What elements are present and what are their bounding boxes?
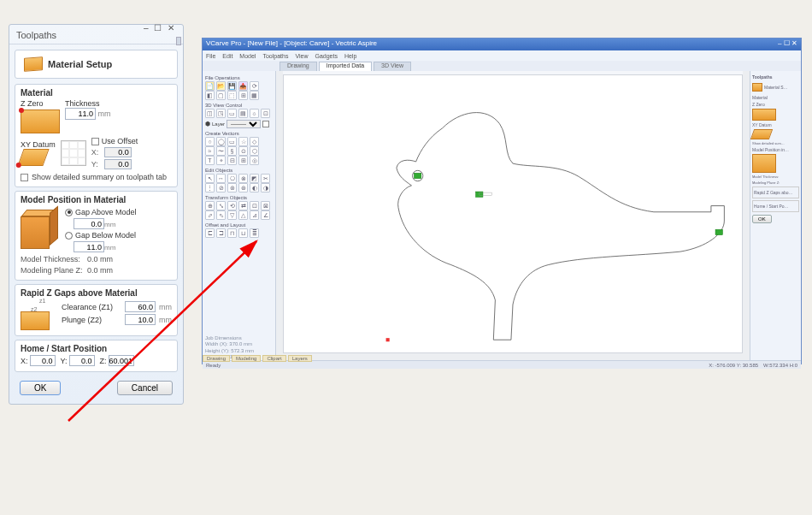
- status-coords: X: -576.009 Y: 30.585: [709, 363, 758, 368]
- menu-help[interactable]: Help: [344, 53, 356, 59]
- menu-file[interactable]: File: [206, 53, 215, 59]
- left-tool-panel: File Operations 📄📂💾📥⟳ ◧▢⬚⊞▦ 3D View Cont…: [203, 71, 276, 360]
- offset-x-input: [104, 147, 132, 157]
- drawing-canvas[interactable]: [283, 74, 743, 353]
- svg-rect-1: [415, 173, 421, 178]
- gap-above-radio[interactable]: Gap Above Model: [65, 208, 137, 216]
- home-x-input[interactable]: [30, 355, 56, 366]
- thickness-input[interactable]: [65, 108, 96, 120]
- tab-imported[interactable]: Imported Data: [319, 62, 372, 71]
- gap-below-input[interactable]: [74, 241, 104, 252]
- titlebar: VCarve Pro - [New File] - [Object: Carve…: [203, 38, 801, 50]
- lbl-offset: Offset and Layout: [205, 222, 273, 228]
- xy-parallelogram-icon: [17, 149, 49, 166]
- plunge-input[interactable]: [125, 314, 156, 325]
- tab-3dview[interactable]: 3D View: [374, 62, 411, 71]
- menubar[interactable]: File Edit Model Toolpaths View Gadgets H…: [203, 50, 801, 61]
- lbl-3dview: 3D View Control: [205, 103, 273, 108]
- model-block-icon: [21, 210, 58, 251]
- create-vectors-toolbar[interactable]: ○◯▭☆◇: [205, 137, 273, 146]
- mm-label: mm: [98, 110, 111, 118]
- material-cube-icon: [24, 56, 43, 72]
- lbl-fileops: File Operations: [205, 75, 273, 80]
- layer-select[interactable]: ———: [227, 120, 261, 128]
- view-tabs: Drawing Imported Data 3D View: [203, 61, 801, 71]
- view3d-toolbar[interactable]: ◫◳▭▤☼⊡: [205, 109, 273, 118]
- zzero-label: Z Zero: [21, 99, 60, 108]
- section-home-position: Home / Start Position X: Y: Z:: [15, 340, 178, 372]
- lbl-transform: Transform Objects: [205, 195, 273, 200]
- gap-above-input[interactable]: [74, 218, 104, 229]
- app-window-controls[interactable]: – ☐ ✕: [778, 39, 797, 50]
- right-ok-button[interactable]: OK: [752, 215, 772, 223]
- datum-grid[interactable]: [61, 140, 86, 166]
- panel-pin-icon[interactable]: [176, 37, 181, 45]
- right-toolpath-pane: Toolpaths Material S… Material Z Zero XY…: [750, 71, 801, 360]
- material-slab-icon: [21, 110, 60, 133]
- home-z-input[interactable]: [109, 355, 134, 366]
- xy-datum-label: XY Datum: [21, 140, 56, 149]
- transform-toolbar[interactable]: ⊕⤡⟲⇄⊡⊠: [205, 201, 273, 210]
- show-detail-checkbox[interactable]: Show detailed summary on toolpath tab: [21, 173, 172, 181]
- material-setup-panel: – ☐ ✕ Toolpaths Material Setup Material …: [9, 24, 184, 405]
- rapid-heading: Rapid Z Gaps above Material: [21, 288, 172, 298]
- status-left: Ready: [206, 363, 221, 368]
- app-window: VCarve Pro - [New File] - [Object: Carve…: [202, 38, 802, 364]
- thickness-label: Thickness: [65, 99, 111, 108]
- cancel-button[interactable]: Cancel: [117, 381, 173, 395]
- menu-view[interactable]: View: [295, 53, 308, 59]
- menu-gadgets[interactable]: Gadgets: [315, 53, 337, 59]
- lbl-createv: Create Vectors: [205, 131, 273, 136]
- status-scale: W:572.334 H:0: [763, 363, 797, 368]
- material-setup-header: Material Setup: [15, 50, 178, 79]
- rapid-slab-icon: [21, 311, 50, 330]
- edit-objects-toolbar[interactable]: ↖↔⎔⊗◩✂: [205, 174, 273, 183]
- offset-toolbar[interactable]: ⊏⊐⊓⊔≣: [205, 228, 273, 238]
- section-model-position: Model Position in Material Gap Above Mod…: [15, 191, 178, 281]
- fileops-toolbar[interactable]: 📄📂💾📥⟳: [205, 81, 273, 91]
- home-y-input[interactable]: [69, 355, 95, 366]
- canvas-area[interactable]: Drawing Modeling Clipart Layers: [276, 71, 750, 360]
- gap-below-radio[interactable]: Gap Below Model: [65, 231, 137, 240]
- app-title: VCarve Pro - [New File] - [Object: Carve…: [206, 39, 377, 50]
- lbl-editobj: Edit Objects: [205, 168, 273, 173]
- clearance-input[interactable]: [125, 301, 156, 312]
- material-heading: Material: [21, 88, 172, 98]
- section-rapid-z: Rapid Z Gaps above Material z1 z2 Cleara…: [15, 284, 178, 336]
- left-bottom-tabs[interactable]: Drawing Modeling Clipart Layers: [203, 355, 312, 362]
- setup-title: Material Setup: [48, 59, 112, 69]
- svg-rect-4: [715, 229, 722, 234]
- model-heading: Model Position in Material: [21, 195, 172, 204]
- offset-y-input: [104, 159, 132, 169]
- use-offset-checkbox[interactable]: Use Offset: [91, 137, 138, 145]
- menu-edit[interactable]: Edit: [222, 53, 232, 59]
- menu-model[interactable]: Model: [239, 53, 256, 59]
- ok-button[interactable]: OK: [20, 381, 61, 395]
- section-material: Material Z Zero Thickness mm XY Datum: [15, 84, 178, 187]
- tab-drawing[interactable]: Drawing: [279, 62, 317, 71]
- menu-toolpaths[interactable]: Toolpaths: [262, 53, 288, 59]
- vector-shape: [284, 75, 742, 349]
- home-heading: Home / Start Position: [21, 344, 172, 353]
- panel-window-controls[interactable]: – ☐ ✕: [144, 23, 176, 33]
- svg-rect-5: [386, 338, 390, 341]
